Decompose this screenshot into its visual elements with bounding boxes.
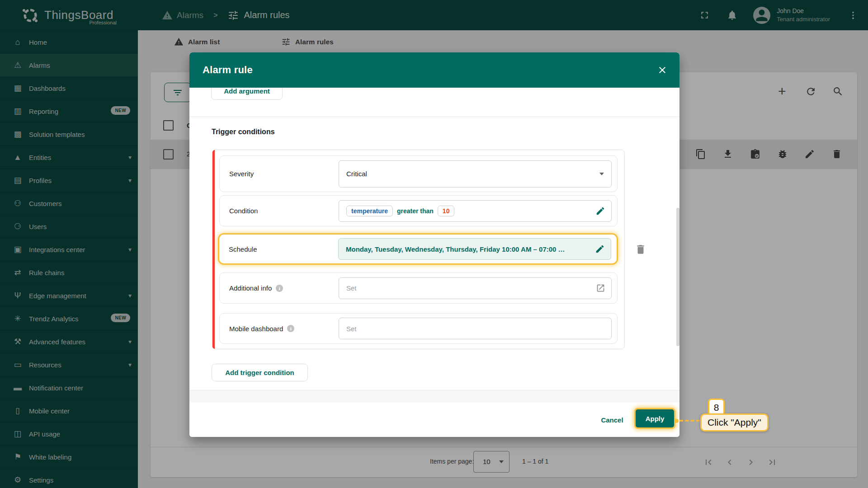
schedule-label: Schedule	[219, 245, 338, 253]
condition-row: Condition temperature greater than 10	[219, 195, 618, 226]
mobile-dashboard-placeholder: Set	[346, 325, 357, 333]
dialog-header: Alarm rule	[189, 52, 679, 88]
additional-info-row: Additional info i Set	[219, 272, 618, 304]
additional-info-label: Additional info i	[220, 284, 339, 292]
error-stripe	[212, 150, 215, 349]
apply-button[interactable]: Apply	[634, 408, 675, 429]
add-trigger-condition-button[interactable]: Add trigger condition	[212, 364, 308, 381]
mobile-dashboard-label: Mobile dashboard i	[220, 325, 339, 333]
schedule-row: Schedule Monday, Tuesday, Wednesday, Thu…	[219, 235, 617, 263]
mobile-dashboard-row: Mobile dashboard i Set	[219, 313, 618, 344]
edit-icon[interactable]	[595, 206, 605, 216]
dialog-footer: Cancel Apply	[189, 403, 679, 437]
modal-scrollbar[interactable]	[676, 208, 679, 346]
annotation-connector-line	[679, 420, 700, 422]
open-in-new-icon[interactable]	[596, 283, 605, 293]
alarm-rule-dialog: Add argument Alarm rule Trigger conditio…	[189, 52, 679, 437]
delete-condition-icon[interactable]	[635, 244, 646, 255]
severity-value: Critical	[346, 170, 367, 178]
dialog-title: Alarm rule	[203, 64, 253, 76]
info-icon[interactable]: i	[276, 285, 283, 292]
section-title: Trigger conditions	[212, 128, 275, 136]
severity-row: Severity Critical	[219, 155, 618, 192]
info-icon[interactable]: i	[287, 325, 294, 332]
condition-operation: greater than	[397, 207, 434, 215]
condition-label: Condition	[220, 207, 339, 215]
close-icon[interactable]	[657, 65, 668, 75]
schedule-value: Monday, Tuesday, Wednesday, Thursday, Fr…	[346, 245, 565, 253]
schedule-field[interactable]: Monday, Tuesday, Wednesday, Thursday, Fr…	[338, 238, 611, 260]
chevron-down-icon	[599, 173, 604, 175]
annotation-connector-dot	[675, 419, 679, 423]
condition-field[interactable]: temperature greater than 10	[339, 200, 612, 222]
trigger-condition-card: Severity Critical Condition temperature …	[212, 150, 625, 349]
severity-label: Severity	[220, 170, 339, 178]
cancel-button[interactable]: Cancel	[596, 411, 628, 429]
annotation-tooltip: Click "Apply"	[700, 413, 769, 432]
severity-select[interactable]: Critical	[339, 160, 612, 188]
divider	[189, 117, 679, 117]
edit-icon[interactable]	[595, 244, 605, 254]
mobile-dashboard-field[interactable]: Set	[339, 318, 612, 339]
condition-value-chip: 10	[438, 206, 455, 216]
footer-band	[189, 390, 679, 403]
additional-info-placeholder: Set	[346, 284, 357, 292]
additional-info-field[interactable]: Set	[339, 277, 612, 299]
condition-argument-chip: temperature	[346, 206, 393, 216]
